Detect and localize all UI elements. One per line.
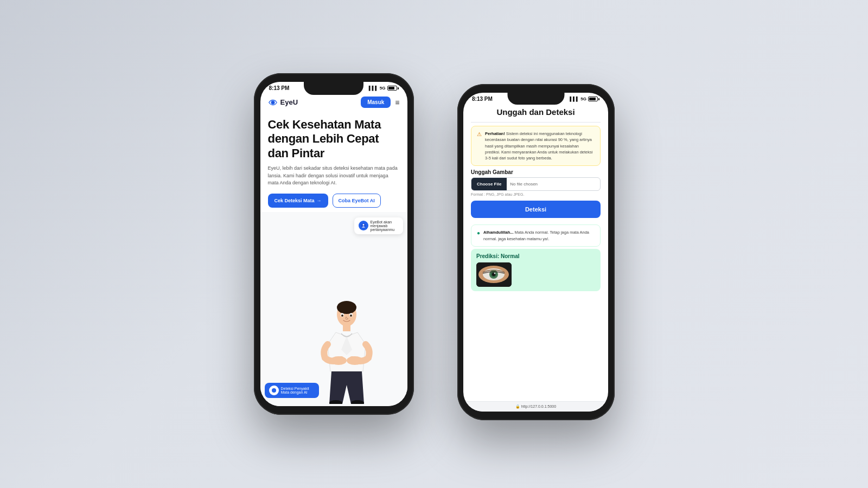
- svg-point-12: [350, 314, 352, 317]
- badge-eyebot-text: EyeBot akan menjawab pertanyaanmu: [371, 220, 399, 232]
- coba-eyebot-button[interactable]: Coba EyeBot AI: [333, 194, 381, 208]
- left-phone: 8:13 PM ▌▌▌ 5G: [254, 73, 414, 415]
- success-icon: ●: [477, 230, 480, 242]
- svg-point-1: [272, 101, 274, 104]
- warning-box: ⚠ Perhatian! Sistem deteksi ini mengguna…: [471, 126, 601, 166]
- right-phone-screen: 8:13 PM ▌▌▌ 5G Unggah dan Deteksi ⚠: [463, 93, 608, 412]
- left-status-time: 8:13 PM: [269, 85, 290, 91]
- prediction-label: Prediksi: Normal: [476, 253, 595, 259]
- right-page-content: Unggah dan Deteksi ⚠ Perhatian! Sistem d…: [463, 103, 608, 401]
- url-bar: 🔒 http://127.0.0.1:5000: [463, 401, 608, 412]
- right-battery-icon: [588, 97, 599, 101]
- url-text: http://127.0.0.1:5000: [521, 404, 556, 408]
- eye-image: [476, 262, 512, 287]
- badge-deteksi-text: Deteksi Penyakit Mata dengan AI: [281, 387, 315, 394]
- hero-title: Cek Kesehatan Mata dengan Lebih Cepat da…: [268, 118, 400, 160]
- right-status-icons: ▌▌▌ 5G: [570, 97, 599, 101]
- battery-icon: [387, 86, 399, 91]
- choose-file-button[interactable]: Choose File: [471, 178, 507, 190]
- arrow-icon: →: [317, 198, 322, 203]
- file-name-display: No file chosen: [510, 182, 600, 187]
- right-notch: [507, 93, 564, 105]
- prediction-box: Prediksi: Normal: [471, 249, 601, 291]
- svg-point-5: [337, 301, 356, 314]
- left-phone-screen: 8:13 PM ▌▌▌ 5G: [260, 82, 407, 406]
- nav-actions: Masuk ≡: [361, 97, 399, 108]
- nav-logo: EyeU: [268, 98, 298, 107]
- hamburger-icon[interactable]: ≡: [395, 98, 399, 107]
- logo-text: EyeU: [280, 98, 298, 106]
- lock-icon: 🔒: [515, 404, 520, 408]
- hero-section: Cek Kesehatan Mata dengan Lebih Cepat da…: [260, 112, 407, 212]
- badge-deteksi: Deteksi Penyakit Mata dengan AI: [265, 383, 319, 398]
- success-text: Alhamdulillah... Mata Anda normal. Tetap…: [483, 229, 595, 242]
- right-network-type: 5G: [580, 97, 586, 101]
- upload-label: Unggah Gambar: [471, 169, 601, 175]
- hero-description: EyeU, lebih dari sekadar situs deteksi k…: [268, 165, 400, 187]
- success-box: ● Alhamdulillah... Mata Anda normal. Tet…: [471, 224, 601, 247]
- hero-image-area: EyeBot akan menjawab pertanyaanmu: [260, 212, 407, 406]
- badge-eyebot: EyeBot akan menjawab pertanyaanmu: [354, 217, 403, 234]
- doctor-figure: [314, 301, 379, 406]
- svg-rect-6: [343, 325, 350, 331]
- success-bold: Alhamdulillah...: [483, 230, 513, 235]
- svg-point-8: [347, 356, 363, 365]
- left-status-icons: ▌▌▌ 5G: [369, 86, 399, 91]
- svg-point-7: [330, 356, 347, 365]
- svg-point-3: [362, 224, 364, 226]
- network-type: 5G: [380, 86, 386, 91]
- nav-bar: EyeU Masuk ≡: [260, 92, 407, 112]
- signal-icon: ▌▌▌: [369, 86, 378, 91]
- warning-text: Perhatian! Sistem deteksi ini menggunaka…: [485, 131, 595, 161]
- deteksi-button[interactable]: Deteksi: [471, 201, 601, 218]
- page-title: Unggah dan Deteksi: [471, 103, 601, 120]
- eye-image-inner: [476, 262, 512, 287]
- right-signal-icon: ▌▌▌: [570, 97, 579, 101]
- svg-point-15: [272, 388, 276, 393]
- badge-avatar: [359, 221, 368, 230]
- cek-deteksi-button[interactable]: Cek Deteksi Mata →: [268, 194, 328, 208]
- file-input-row[interactable]: Choose File No file chosen: [471, 177, 601, 191]
- masuk-button[interactable]: Masuk: [361, 97, 391, 108]
- right-phone: 8:13 PM ▌▌▌ 5G Unggah dan Deteksi ⚠: [457, 84, 615, 420]
- warning-bold: Perhatian!: [485, 131, 505, 136]
- eyeu-logo-icon: [268, 98, 278, 107]
- left-notch: [304, 82, 363, 95]
- format-hint: Format : PNG, JPG atau JPEG.: [471, 192, 601, 196]
- divider-top: [471, 122, 601, 123]
- svg-point-22: [494, 272, 496, 274]
- hero-buttons: Cek Deteksi Mata → Coba EyeBot AI: [268, 194, 400, 208]
- badge-deteksi-icon: [269, 386, 279, 395]
- warning-icon: ⚠: [477, 131, 482, 161]
- right-status-time: 8:13 PM: [472, 96, 493, 102]
- svg-point-11: [341, 314, 343, 317]
